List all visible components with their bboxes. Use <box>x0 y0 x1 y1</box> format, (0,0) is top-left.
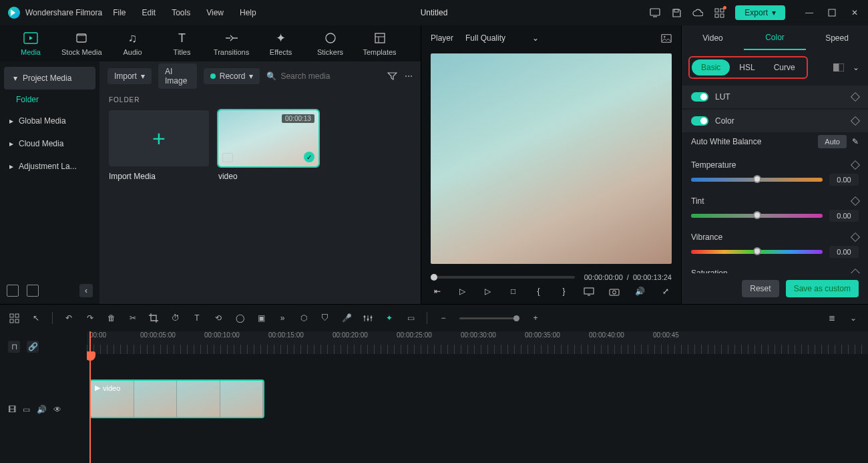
compare-icon[interactable] <box>833 62 844 73</box>
zoom-slider[interactable] <box>459 317 519 319</box>
import-media-tile[interactable]: + Import Media <box>109 110 209 181</box>
magnet-icon[interactable]: ⊓ <box>8 341 20 353</box>
import-button[interactable]: Import▾ <box>107 68 152 84</box>
color-toggle[interactable] <box>691 116 708 126</box>
sidebar-adjustment-layer[interactable]: ▸Adjustment La... <box>0 155 99 178</box>
sidebar-project-media[interactable]: ▾Project Media <box>4 67 95 90</box>
volume-icon[interactable]: 🔊 <box>634 287 646 296</box>
play-back-icon[interactable]: ▷ <box>457 287 469 296</box>
tint-slider[interactable] <box>691 214 823 218</box>
slider-knob[interactable] <box>753 247 761 255</box>
timeline-clip[interactable]: ▶video <box>89 379 264 418</box>
track-mute-icon[interactable]: 🔊 <box>37 405 47 414</box>
prev-frame-icon[interactable]: ⇤ <box>431 287 443 296</box>
subtab-basic[interactable]: Basic <box>692 59 730 75</box>
more-icon[interactable]: ⋯ <box>404 71 413 82</box>
shield-icon[interactable]: ⛉ <box>320 313 331 323</box>
tab-stockmedia[interactable]: Stock Media <box>61 31 102 56</box>
scrub-handle[interactable] <box>431 274 437 281</box>
color-icon[interactable]: ▣ <box>256 313 266 323</box>
tab-effects[interactable]: ✦Effects <box>262 31 300 56</box>
ai-image-button[interactable]: AI Image <box>158 63 197 89</box>
keyframe-icon[interactable] <box>851 116 860 126</box>
close-icon[interactable]: ✕ <box>849 7 860 18</box>
track-visible-icon[interactable]: 👁 <box>53 405 61 414</box>
menu-edit[interactable]: Edit <box>142 8 156 17</box>
tab-speed[interactable]: Speed <box>806 27 868 49</box>
slider-knob[interactable] <box>753 175 761 183</box>
media-clip-tile[interactable]: 00:00:13 video <box>218 110 318 181</box>
maximize-icon[interactable] <box>827 7 837 18</box>
chevron-down-icon[interactable]: ⌄ <box>848 313 859 323</box>
export-button[interactable]: Export ▾ <box>735 5 785 20</box>
tab-media[interactable]: Media <box>12 31 49 56</box>
keyframe-icon[interactable] <box>851 160 860 170</box>
new-bin-icon[interactable] <box>27 285 39 297</box>
save-custom-button[interactable]: Save as custom <box>786 280 859 297</box>
tab-templates[interactable]: Templates <box>361 31 399 56</box>
mixer-icon[interactable] <box>363 314 373 323</box>
display-icon[interactable] <box>584 287 596 296</box>
quality-select[interactable]: Full Quality⌄ <box>465 33 539 43</box>
menu-view[interactable]: View <box>206 8 224 17</box>
tab-transitions[interactable]: Transitions <box>213 31 250 56</box>
search-input[interactable] <box>280 71 381 81</box>
frame-icon[interactable]: ▭ <box>405 313 416 323</box>
section-lut[interactable]: LUT <box>682 86 868 108</box>
track-options-icon[interactable]: ≣ <box>827 313 837 323</box>
section-color[interactable]: Color <box>682 110 868 132</box>
sidebar-folder[interactable]: Folder <box>0 90 99 110</box>
menu-help[interactable]: Help <box>240 8 256 17</box>
zoom-in-icon[interactable]: + <box>530 313 541 323</box>
mark-out-icon[interactable]: } <box>558 287 570 296</box>
auto-wb-button[interactable]: Auto <box>818 135 847 148</box>
grid-icon[interactable] <box>9 313 20 323</box>
vibrance-slider[interactable] <box>691 250 823 254</box>
keyframe-icon[interactable] <box>851 92 860 102</box>
marker-icon[interactable]: ⬡ <box>298 313 309 323</box>
tab-audio[interactable]: ♫Audio <box>114 31 152 56</box>
eyedropper-icon[interactable]: ✎ <box>852 137 859 146</box>
preview-canvas[interactable] <box>431 53 672 264</box>
mic-icon[interactable]: 🎤 <box>341 313 352 323</box>
apps-icon[interactable] <box>714 7 724 18</box>
vibrance-value[interactable]: 0.00 <box>829 246 859 258</box>
sidebar-global-media[interactable]: ▸Global Media <box>0 110 99 132</box>
slider-knob[interactable] <box>753 211 761 219</box>
tab-color[interactable]: Color <box>744 26 806 50</box>
reset-button[interactable]: Reset <box>742 280 779 297</box>
playhead[interactable] <box>89 331 91 463</box>
new-folder-icon[interactable] <box>7 285 19 297</box>
time-ruler[interactable]: 00:00 00:00:05:00 00:00:10:00 00:00:15:0… <box>87 331 868 354</box>
text-icon[interactable]: T <box>192 313 202 323</box>
sidebar-cloud-media[interactable]: ▸Cloud Media <box>0 132 99 155</box>
subtab-hsl[interactable]: HSL <box>730 59 764 75</box>
more-tools-icon[interactable]: » <box>277 313 288 323</box>
tab-titles[interactable]: TTitles <box>164 31 201 56</box>
speed-icon[interactable]: ⏱ <box>170 313 181 323</box>
snapshot-icon[interactable] <box>661 33 672 43</box>
zoom-out-icon[interactable]: − <box>438 313 449 323</box>
menu-file[interactable]: File <box>113 8 126 17</box>
overlay-icon[interactable]: ◯ <box>234 313 245 323</box>
redo-icon[interactable]: ↷ <box>85 313 95 323</box>
undo-icon[interactable]: ↶ <box>63 313 74 323</box>
temperature-value[interactable]: 0.00 <box>829 174 859 186</box>
keyframe-icon[interactable] <box>851 196 860 206</box>
rotate-icon[interactable]: ⟲ <box>213 313 224 323</box>
camera-icon[interactable] <box>609 287 621 296</box>
tab-video[interactable]: Video <box>682 27 744 49</box>
pointer-icon[interactable]: ↖ <box>31 313 41 323</box>
timeline-tracks[interactable]: 00:00 00:00:05:00 00:00:10:00 00:00:15:0… <box>87 331 868 463</box>
temperature-slider[interactable] <box>691 178 823 182</box>
collapse-sidebar-icon[interactable]: ‹ <box>79 284 93 297</box>
scrub-bar[interactable] <box>431 276 575 279</box>
cut-icon[interactable]: ✂ <box>128 313 138 323</box>
save-icon[interactable] <box>671 7 682 18</box>
crop-icon[interactable] <box>149 313 160 323</box>
tint-value[interactable]: 0.00 <box>829 210 859 222</box>
keyframe-icon[interactable] <box>851 269 860 273</box>
fullscreen-icon[interactable]: ⤢ <box>660 287 672 296</box>
search-media[interactable]: 🔍 <box>266 71 381 81</box>
tab-stickers[interactable]: Stickers <box>312 31 349 56</box>
